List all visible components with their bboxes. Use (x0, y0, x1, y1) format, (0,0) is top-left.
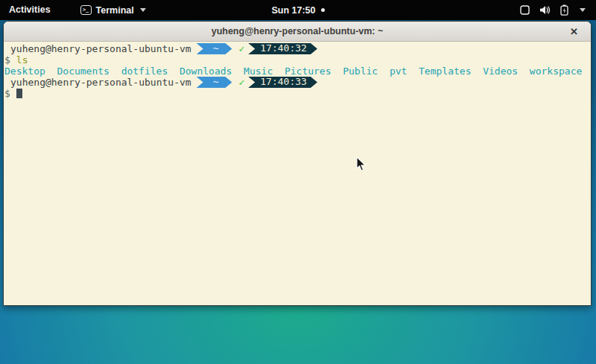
clock-label: Sun 17:50 (271, 5, 315, 16)
prompt-path: ~ (213, 42, 219, 54)
prompt-time-segment: 17:40:32 (248, 43, 317, 54)
terminal-cursor (16, 89, 22, 98)
directory-entry: workspace (530, 66, 582, 77)
clock-button[interactable]: Sun 17:50 (265, 0, 330, 20)
directory-entry: dotfiles (121, 66, 168, 77)
directory-entry: Desktop (4, 66, 45, 77)
prompt-user-host: yuheng@henry-personal-ubuntu-vm (10, 77, 191, 88)
top-bar-left: Activities >_ Terminal (0, 0, 150, 20)
app-menu-label: Terminal (96, 5, 134, 16)
prompt-symbol: $ (4, 54, 10, 66)
prompt-path: ~ (213, 76, 219, 87)
directory-entry: Music (244, 66, 273, 77)
prompt-time: 17:40:33 (260, 76, 307, 87)
prompt-line: yuheng@henry-personal-ubuntu-vm~✓17:40:3… (4, 43, 591, 54)
desktop: Activities >_ Terminal Sun 17:50 (0, 0, 596, 364)
directory-entry: Downloads (180, 66, 232, 77)
gnome-top-bar: Activities >_ Terminal Sun 17:50 (0, 0, 596, 20)
volume-icon (539, 5, 551, 15)
directory-entry: Documents (57, 66, 109, 77)
close-button[interactable]: ✕ (567, 25, 581, 39)
status-check-icon: ✓ (238, 43, 244, 54)
system-status-button[interactable] (510, 0, 596, 20)
window-title: yuheng@henry-personal-ubuntu-vm: ~ (212, 26, 384, 36)
terminal-window: yuheng@henry-personal-ubuntu-vm: ~ ✕ yuh… (3, 21, 592, 306)
command-text: ls (16, 54, 28, 66)
prompt-user-host: yuheng@henry-personal-ubuntu-vm (10, 43, 191, 54)
battery-charging-icon (560, 4, 568, 16)
notification-dot-icon (321, 8, 325, 12)
prompt-path-segment: ~ (197, 77, 232, 88)
input-line: $ (4, 88, 591, 99)
app-menu-button[interactable]: >_ Terminal (76, 0, 150, 20)
prompt-line: yuheng@henry-personal-ubuntu-vm~✓17:40:3… (4, 77, 591, 88)
display-icon (520, 5, 530, 15)
chevron-down-icon (140, 8, 146, 12)
prompt-time-segment: 17:40:33 (248, 77, 317, 88)
prompt-symbol: $ (4, 88, 10, 99)
activities-button[interactable]: Activities (0, 0, 60, 20)
directory-entry: Videos (483, 66, 518, 77)
directory-entry: Pictures (285, 66, 332, 77)
ls-output-line: DesktopDocumentsdotfilesDownloadsMusicPi… (4, 66, 591, 77)
directory-entry: pvt (390, 66, 407, 77)
chevron-down-icon (580, 8, 586, 12)
window-titlebar[interactable]: yuheng@henry-personal-ubuntu-vm: ~ ✕ (4, 22, 591, 42)
terminal-screen[interactable]: yuheng@henry-personal-ubuntu-vm~✓17:40:3… (4, 42, 591, 305)
prompt-path-segment: ~ (197, 43, 232, 54)
prompt-time: 17:40:32 (260, 42, 307, 54)
command-line: $ls (4, 54, 591, 66)
terminal-app-icon: >_ (80, 5, 92, 15)
status-check-icon: ✓ (238, 77, 244, 88)
directory-entry: Templates (419, 66, 471, 77)
directory-entry: Public (343, 66, 378, 77)
